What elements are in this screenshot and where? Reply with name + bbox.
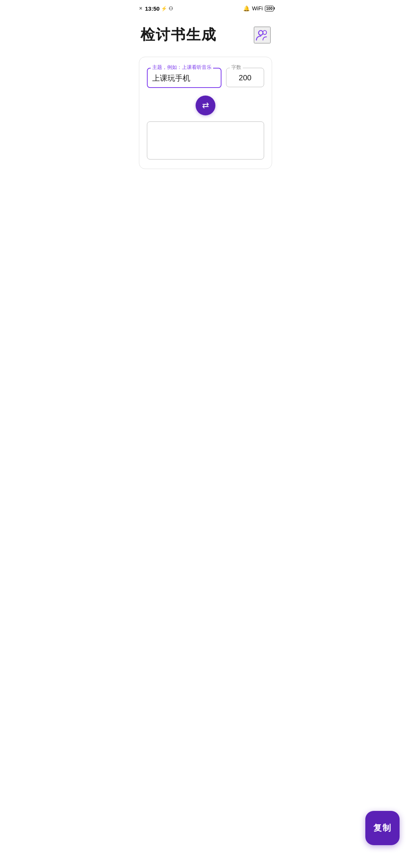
plug-icon: ⚇ <box>169 6 173 11</box>
svg-point-0 <box>259 30 263 35</box>
swap-icon: ⇄ <box>202 101 209 110</box>
status-bar: ✕ 13:50 ⚡ ⚇ 🔔 WiFi 100 <box>131 0 280 15</box>
generate-swap-button[interactable]: ⇄ <box>196 96 215 115</box>
user-profile-button[interactable] <box>254 27 271 43</box>
topic-label: 主题，例如：上课看听音乐 <box>151 64 213 71</box>
page-header: 检讨书生成 <box>131 19 280 51</box>
topic-field-wrapper: 主题，例如：上课看听音乐 <box>147 68 221 88</box>
battery-indicator: 100 <box>265 6 274 11</box>
svg-point-1 <box>263 30 267 34</box>
word-count-wrapper: 字数 <box>226 68 264 87</box>
usb-icon: ⚡ <box>161 6 167 11</box>
wifi-icon: WiFi <box>252 5 263 11</box>
status-left: ✕ 13:50 ⚡ ⚇ <box>137 5 173 12</box>
output-area <box>147 121 264 160</box>
bell-icon: 🔔 <box>243 5 250 11</box>
input-row: 主题，例如：上课看听音乐 字数 <box>147 68 264 88</box>
main-card: 主题，例如：上课看听音乐 字数 ⇄ <box>139 57 272 169</box>
page-title: 检讨书生成 <box>140 25 217 45</box>
time-display: 13:50 <box>145 5 159 12</box>
status-right: 🔔 WiFi 100 <box>243 5 274 11</box>
word-count-label: 字数 <box>230 64 243 71</box>
swap-button-wrapper: ⇄ <box>147 96 264 115</box>
user-icon <box>255 28 269 42</box>
notification-icon: ✕ <box>137 5 143 11</box>
